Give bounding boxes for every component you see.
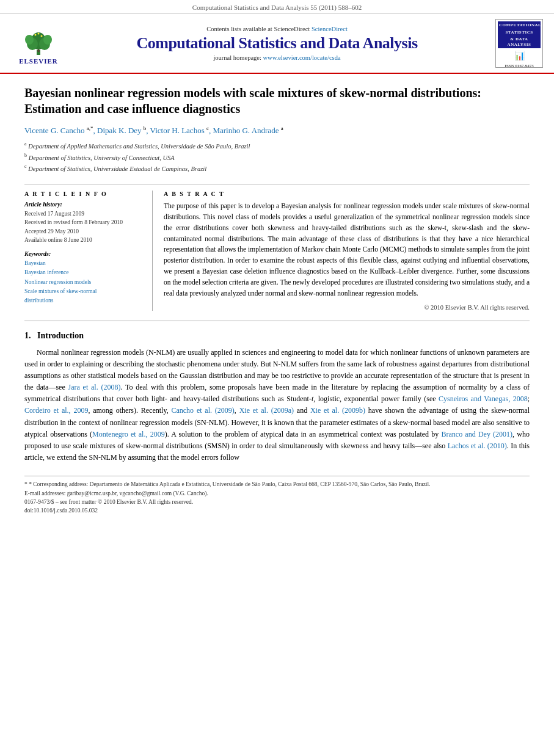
- keyword-bayesian-inference: Bayesian inference: [24, 268, 144, 277]
- right-logo-block: COMPUTATIONAL STATISTICS & DATA ANALYSIS…: [488, 19, 543, 68]
- authors-line: Vicente G. Cancho a,*, Dipak K. Dey b, V…: [24, 125, 530, 136]
- received-revised-date: Received in revised form 8 February 2010: [24, 218, 144, 227]
- article-history: Article history: Received 17 August 2009…: [24, 201, 144, 244]
- jara-ref[interactable]: Jara et al. (2008): [68, 383, 121, 391]
- footnote-corresponding: * * Corresponding address: Departamento …: [24, 480, 530, 489]
- homepage-link[interactable]: www.elsevier.com/locate/csda: [263, 54, 341, 61]
- elsevier-tree-icon: [20, 23, 57, 56]
- cancho-ref[interactable]: Cancho et al. (2009): [171, 406, 234, 415]
- intro-paragraph: Normal nonlinear regression models (N-NL…: [24, 347, 530, 464]
- csda-logo-box: COMPUTATIONAL STATISTICS & DATA ANALYSIS…: [495, 19, 543, 68]
- keyword-nlm: Nonlinear regression models: [24, 278, 144, 287]
- intro-title: Introduction: [37, 331, 84, 340]
- keyword-smsn: Scale mixtures of skew-normaldistributio…: [24, 287, 144, 305]
- footnote-section: * * Corresponding address: Departamento …: [24, 476, 530, 515]
- affiliation-b: b Department of Statistics, University o…: [24, 152, 530, 163]
- available-date: Available online 8 June 2010: [24, 236, 144, 244]
- article-info-abstract: A R T I C L E I N F O Article history: R…: [24, 184, 530, 310]
- intro-number: 1.: [24, 331, 31, 340]
- svg-point-5: [25, 35, 34, 45]
- journal-title-block: Contents lists available at ScienceDirec…: [66, 26, 488, 61]
- copyright-line: © 2010 Elsevier B.V. All rights reserved…: [164, 304, 530, 311]
- xie2009a-ref[interactable]: Xie et al. (2009a): [239, 406, 294, 415]
- accepted-date: Accepted 29 May 2010: [24, 227, 144, 236]
- intro-section-title: 1. Introduction: [24, 331, 530, 341]
- paper-title: Bayesian nonlinear regression models wit…: [24, 85, 530, 117]
- abstract-header: A B S T R A C T: [164, 191, 530, 197]
- section-divider: [24, 321, 530, 321]
- article-info-col: A R T I C L E I N F O Article history: R…: [24, 191, 153, 310]
- sciencedirect-link[interactable]: ScienceDirect: [312, 26, 348, 32]
- branco-ref[interactable]: Branco and Dey (2001): [442, 430, 513, 438]
- svg-point-9: [38, 32, 40, 34]
- cysneiros-ref[interactable]: Cysneiros and Vanegas, 2008: [439, 394, 528, 403]
- svg-point-7: [35, 34, 37, 35]
- svg-point-8: [41, 35, 43, 37]
- footnote-email: E-mail addresses: garibay@icmc.usp.br, v…: [24, 489, 530, 498]
- keyword-bayesian: Bayesian: [24, 259, 144, 268]
- elsevier-logo: ELSEVIER: [11, 23, 66, 65]
- montenegro-ref[interactable]: Montenegro et al., 2009: [92, 430, 165, 438]
- footnote-star: *: [24, 481, 27, 487]
- journal-citation: Computational Statistics and Data Analys…: [0, 0, 554, 14]
- keywords-label: Keywords:: [24, 250, 144, 257]
- keywords-section: Keywords: Bayesian Bayesian inference No…: [24, 250, 144, 305]
- journal-header: ELSEVIER Contents lists available at Sci…: [0, 14, 554, 74]
- footnote-issn: 0167-9473/$ – see front matter © 2010 El…: [24, 498, 530, 506]
- footnote-doi: doi:10.1016/j.csda.2010.05.032: [24, 506, 530, 515]
- footnote-address: * Corresponding address: Departamento de…: [29, 481, 430, 487]
- paper-body: Bayesian nonlinear regression models wit…: [0, 74, 554, 527]
- affiliation-c: c Department of Statistics, Universidade…: [24, 163, 530, 174]
- contents-line: Contents lists available at ScienceDirec…: [66, 26, 488, 32]
- journal-name: Computational Statistics and Data Analys…: [66, 34, 488, 53]
- cordeiro-ref[interactable]: Cordeiro et al., 2009: [24, 406, 88, 415]
- affiliations: a Department of Applied Mathematics and …: [24, 140, 530, 174]
- xie2009b-ref[interactable]: Xie et al. (2009b): [310, 406, 365, 415]
- article-info-header: A R T I C L E I N F O: [24, 191, 144, 197]
- lachos-ref[interactable]: Lachos et al. (2010): [448, 442, 507, 450]
- received-date: Received 17 August 2009: [24, 209, 144, 218]
- homepage-line: journal homepage: www.elsevier.com/locat…: [66, 54, 488, 61]
- elsevier-label: ELSEVIER: [19, 57, 58, 65]
- abstract-text: The purpose of this paper is to develop …: [164, 201, 530, 299]
- affiliation-a: a Department of Applied Mathematics and …: [24, 140, 530, 151]
- history-label: Article history:: [24, 201, 144, 208]
- abstract-col: A B S T R A C T The purpose of this pape…: [164, 191, 530, 310]
- svg-point-6: [43, 35, 52, 45]
- citation-text: Computational Statistics and Data Analys…: [192, 4, 362, 11]
- footnote-email-text: E-mail addresses: garibay@icmc.usp.br, v…: [24, 490, 208, 496]
